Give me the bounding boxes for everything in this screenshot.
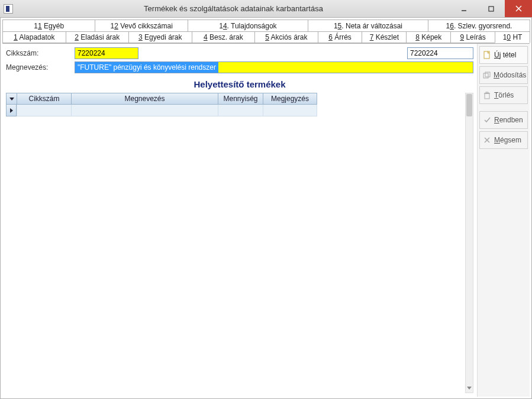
window-title: Termékek és szolgáltatások adatainak kar…: [17, 4, 450, 13]
tab-5-akcios[interactable]: 5 Akciós árak: [254, 31, 318, 43]
row-megnevezes: Megnevezés: "FUTURE" pénzügyi és könyvel…: [6, 61, 473, 73]
svg-rect-7: [485, 93, 489, 99]
svg-rect-1: [489, 7, 494, 11]
trash-icon: [483, 92, 491, 99]
tab-15-neta[interactable]: 15. Neta ár változásai: [308, 20, 428, 31]
row-cikkszam: Cikkszám:: [6, 47, 473, 59]
minimize-button[interactable]: [450, 0, 478, 17]
header-selector[interactable]: [6, 93, 17, 105]
grid-wrap: Cikkszám Megnevezés Mennyiség Megjegyzés: [6, 93, 473, 393]
svg-rect-6: [485, 72, 490, 77]
titlebar: Termékek és szolgáltatások adatainak kar…: [0, 0, 532, 18]
tab-4-besz[interactable]: 4 Besz. árak: [192, 31, 256, 43]
tab-3-egyedi[interactable]: 3 Egyedi árak: [128, 31, 192, 43]
grid: Cikkszám Megnevezés Mennyiség Megjegyzés: [6, 93, 465, 393]
tab-14-tulajdonsagok[interactable]: 14. Tulajdonságok: [188, 20, 308, 31]
window-body: 11 Egyéb 12 Vevő cikkszámai 14. Tulajdon…: [0, 18, 532, 399]
window-buttons: [450, 0, 532, 17]
tab-11-egyeb[interactable]: 11 Egyéb: [2, 20, 95, 31]
cell-mennyiseg[interactable]: [218, 105, 263, 116]
cell-megnevezes[interactable]: [71, 105, 218, 116]
input-cikkszam[interactable]: [75, 47, 138, 59]
app-icon: [4, 4, 13, 14]
tab-10-ht[interactable]: 10 HT: [495, 31, 530, 43]
header-mennyiseg[interactable]: Mennyiség: [218, 93, 263, 105]
input-cikkszam-right[interactable]: [407, 47, 473, 59]
button-uj-tetel[interactable]: Új tétel: [479, 46, 528, 64]
header-cikkszam[interactable]: Cikkszám: [17, 93, 71, 105]
scrollbar-vertical[interactable]: [465, 93, 473, 393]
form-area: Cikkszám: Megnevezés: "FUTURE" pénzügyi …: [2, 44, 477, 77]
close-button[interactable]: [505, 0, 532, 17]
new-icon: [483, 51, 491, 59]
tab-row-lower: 1 Alapadatok 2 Eladási árak 3 Egyedi ára…: [2, 31, 530, 43]
side-pane: Új tétel Módosítás Törlés Rendben: [478, 44, 530, 397]
section-heading: Helyettesítő termékek: [2, 77, 477, 93]
button-megsem[interactable]: Mégsem: [479, 131, 528, 149]
main-pane: Cikkszám: Megnevezés: "FUTURE" pénzügyi …: [2, 44, 478, 397]
row-handle[interactable]: [6, 105, 17, 116]
label-megnevezes: Megnevezés:: [6, 63, 75, 72]
header-megjegyzes[interactable]: Megjegyzés: [263, 93, 317, 105]
tab-9-leiras[interactable]: 9 Leírás: [450, 31, 495, 43]
svg-rect-5: [483, 73, 488, 78]
tab-12-vevo[interactable]: 12 Vevő cikkszámai: [95, 20, 188, 31]
cell-megjegyzes[interactable]: [263, 105, 317, 116]
maximize-button[interactable]: [478, 0, 505, 17]
grid-header: Cikkszám Megnevezés Mennyiség Megjegyzés: [6, 93, 465, 105]
tab-2-eladasi[interactable]: 2 Eladási árak: [66, 31, 130, 43]
cell-cikkszam[interactable]: [17, 105, 71, 116]
svg-rect-9: [486, 92, 488, 93]
tab-6-arres[interactable]: 6 Árrés: [318, 31, 363, 43]
button-modositas[interactable]: Módosítás: [479, 66, 528, 84]
tab-8-kepek[interactable]: 8 Képek: [406, 31, 451, 43]
scrollbar-down-icon[interactable]: [466, 384, 473, 392]
tab-1-alapadatok[interactable]: 1 Alapadatok: [2, 31, 66, 43]
label-cikkszam: Cikkszám:: [6, 49, 75, 57]
tab-7-keszlet[interactable]: 7 Készlet: [362, 31, 407, 43]
input-megnevezes[interactable]: "FUTURE" pénzügyi és könyvelési rendszer: [75, 61, 473, 73]
content-area: Cikkszám: Megnevezés: "FUTURE" pénzügyi …: [2, 43, 530, 397]
cancel-icon: [483, 137, 491, 144]
grid-row[interactable]: [6, 105, 465, 116]
edit-icon: [483, 72, 491, 79]
header-megnevezes[interactable]: Megnevezés: [71, 93, 218, 105]
tabs: 11 Egyéb 12 Vevő cikkszámai 14. Tulajdon…: [1, 18, 531, 43]
button-rendben[interactable]: Rendben: [479, 111, 528, 129]
button-torles[interactable]: Törlés: [479, 86, 528, 104]
tab-16-szlev[interactable]: 16. Szlev. gyorsrend.: [428, 20, 530, 31]
check-icon: [483, 116, 491, 124]
tab-row-upper: 11 Egyéb 12 Vevő cikkszámai 14. Tulajdon…: [2, 20, 530, 31]
scrollbar-thumb[interactable]: [466, 94, 472, 116]
